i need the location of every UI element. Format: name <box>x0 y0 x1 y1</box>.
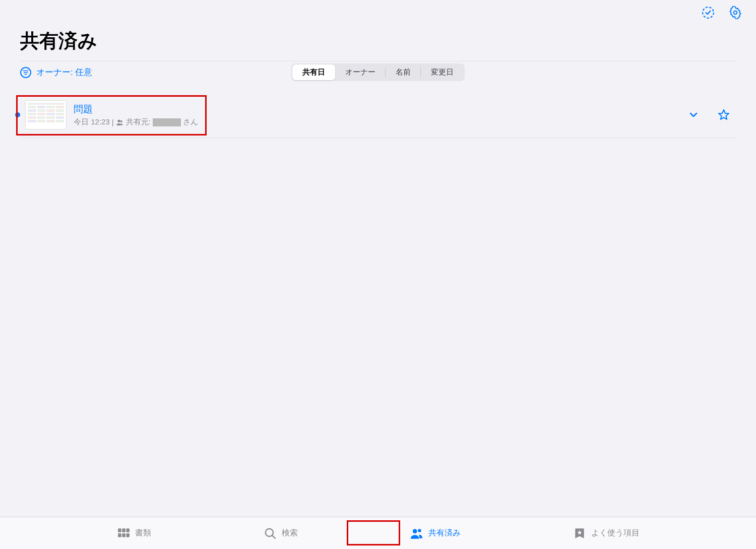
svg-rect-9 <box>122 528 125 532</box>
svg-point-6 <box>120 120 122 122</box>
tab-search[interactable]: 検索 <box>264 527 298 540</box>
star-icon[interactable] <box>718 109 730 121</box>
file-info: 問題 今日 12:23 | 共有元: さん <box>74 103 687 127</box>
owner-filter-button[interactable]: オーナー: 任意 <box>20 66 92 78</box>
file-row[interactable]: 問題 今日 12:23 | 共有元: さん <box>20 98 736 138</box>
svg-rect-11 <box>118 533 121 537</box>
search-icon <box>264 527 277 540</box>
page-title: 共有済み <box>0 19 756 61</box>
grid-icon <box>117 527 130 540</box>
file-title: 問題 <box>74 103 687 116</box>
svg-point-0 <box>703 7 714 18</box>
svg-rect-13 <box>126 533 129 537</box>
segment-owner[interactable]: オーナー <box>335 64 386 80</box>
tab-favorites[interactable]: よく使う項目 <box>573 527 640 540</box>
svg-point-1 <box>734 11 737 15</box>
svg-rect-10 <box>126 528 129 532</box>
star-bookmark-icon <box>573 527 586 540</box>
svg-point-17 <box>418 529 421 532</box>
svg-marker-7 <box>719 110 729 119</box>
redacted-name <box>153 118 181 126</box>
segment-name[interactable]: 名前 <box>386 64 421 80</box>
tab-label: 共有済み <box>428 528 461 538</box>
sort-segmented-control: 共有日 オーナー 名前 変更日 <box>291 63 465 81</box>
filter-list-icon <box>20 67 31 78</box>
file-meta: 今日 12:23 | 共有元: さん <box>74 117 687 127</box>
tab-label: 書類 <box>135 528 151 538</box>
segment-share-date[interactable]: 共有日 <box>292 64 335 80</box>
row-actions <box>687 109 730 121</box>
owner-filter-label: オーナー: 任意 <box>36 66 92 78</box>
tab-documents[interactable]: 書類 <box>117 527 151 540</box>
tab-label: 検索 <box>282 528 298 538</box>
svg-point-16 <box>412 529 417 533</box>
unread-dot-icon <box>15 112 20 117</box>
gear-icon[interactable] <box>729 6 742 19</box>
tab-shared[interactable]: 共有済み <box>410 527 461 540</box>
svg-rect-8 <box>118 528 121 532</box>
tab-bar: 書類 検索 共有済み よく使う項目 <box>0 517 756 549</box>
svg-line-15 <box>272 535 275 538</box>
file-thumbnail <box>25 100 67 129</box>
tab-label: よく使う項目 <box>591 528 640 538</box>
select-icon[interactable] <box>702 6 715 19</box>
svg-rect-12 <box>122 533 125 537</box>
segment-modified[interactable]: 変更日 <box>421 64 464 80</box>
people-icon <box>410 527 423 540</box>
shared-icon <box>116 118 124 126</box>
chevron-down-icon[interactable] <box>687 109 700 121</box>
svg-point-5 <box>117 119 120 122</box>
